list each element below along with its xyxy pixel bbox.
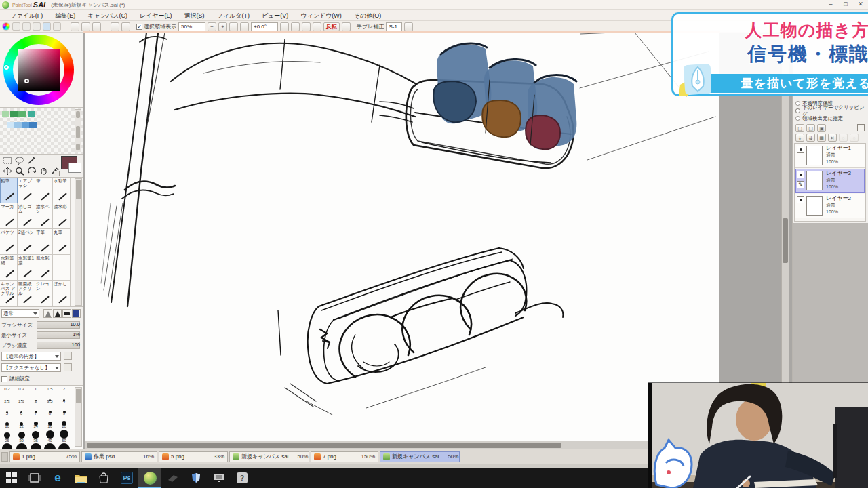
delete-layer-button[interactable]: ✕	[828, 134, 837, 142]
swatches-toggle-icon[interactable]	[33, 22, 41, 30]
new-layer-folder-button[interactable]: ▣	[817, 124, 826, 132]
lasso-tool-icon[interactable]	[14, 155, 25, 165]
menu-canvas[interactable]: キャンバス(C)	[81, 10, 134, 21]
new-layer-button[interactable]: ▢	[795, 124, 804, 132]
doc-tab-6-active[interactable]: 新規キャンバス.sai50%	[380, 451, 460, 462]
task-view-button[interactable]	[23, 468, 46, 488]
advanced-settings-toggle[interactable]: 詳細設定	[1, 375, 30, 382]
zoom-reset-button[interactable]	[240, 22, 249, 31]
file-explorer-button[interactable]	[69, 468, 92, 488]
new-linework-layer-button[interactable]: ▢	[806, 124, 815, 132]
merge-down-button[interactable]: ⇊	[806, 134, 815, 142]
edge-shape-hard-button[interactable]	[53, 309, 62, 318]
hue-cursor[interactable]	[4, 65, 9, 70]
stabilizer-select[interactable]: S-1	[386, 22, 402, 31]
layer-row-3[interactable]: レイヤー2 通常 100%	[795, 194, 865, 218]
zoom-out-button[interactable]: −	[208, 22, 216, 31]
doc-tab-3[interactable]: 5.png33%	[159, 451, 228, 462]
brush-watercolor-dense[interactable]: 水彩筆1 濃	[18, 255, 35, 281]
menu-others[interactable]: その他(O)	[348, 10, 387, 21]
brush-brush[interactable]: 筆	[35, 178, 53, 203]
brush-watercolor-fine[interactable]: 水彩筆 細	[0, 255, 18, 281]
doc-tab-5[interactable]: 7.png150%	[311, 451, 378, 462]
utility-app-button[interactable]	[184, 468, 208, 488]
swatch-blue-1[interactable]	[7, 122, 14, 128]
rect-select-tool-icon[interactable]	[1, 155, 13, 165]
rotate-view-tool-icon[interactable]	[26, 166, 37, 176]
stabilizer-extra-button[interactable]	[404, 22, 413, 31]
brush-crayon[interactable]: クレヨン	[35, 281, 53, 306]
close-button[interactable]: ✕	[856, 1, 865, 7]
brush-texture-strength[interactable]	[64, 363, 72, 371]
menu-layer[interactable]: レイヤー(L)	[134, 10, 178, 21]
scratchpad-scrollbar[interactable]	[75, 109, 81, 152]
brush-round[interactable]: 丸筆	[53, 229, 71, 255]
visibility-eye-icon[interactable]	[797, 146, 804, 153]
size-preset[interactable]: 35	[28, 439, 43, 449]
layer-row-1[interactable]: レイヤー1 通常 100%	[795, 144, 865, 168]
size-preset[interactable]: 30	[14, 439, 28, 449]
brush-binary-pen[interactable]: 2値ペン	[18, 229, 35, 255]
brush-airbrush[interactable]: エアブラシ	[18, 178, 35, 203]
open-button[interactable]	[81, 22, 90, 31]
brush-empty-slot[interactable]	[53, 255, 71, 281]
color-wheel-toggle-icon[interactable]	[2, 22, 10, 30]
rotate-snap-button[interactable]	[313, 22, 321, 31]
swatch-blue-3[interactable]	[22, 122, 29, 128]
presets-scrollbar[interactable]	[75, 387, 82, 447]
zoom-tool-icon[interactable]	[14, 166, 25, 176]
brush-watercolor[interactable]: 水彩筆	[53, 178, 71, 203]
swatch-blue-2[interactable]	[14, 122, 22, 128]
hsv-slider-toggle-icon[interactable]	[22, 22, 31, 30]
layer-thumbnail[interactable]	[806, 146, 823, 165]
brush-canvas-acrylic[interactable]: キャンバス アクリル	[0, 281, 18, 306]
tablet-driver-button[interactable]	[161, 468, 184, 488]
doc-tab-2[interactable]: 作業.psd16%	[81, 451, 157, 462]
transfer-down-button[interactable]: ⇣	[795, 134, 804, 142]
rgb-slider-toggle-icon[interactable]	[12, 22, 20, 30]
swatch-teal[interactable]	[28, 111, 35, 117]
layer-thumbnail[interactable]	[806, 196, 823, 216]
brush-dense-watercolor[interactable]: 濃水彩	[53, 203, 71, 229]
menu-file[interactable]: ファイル(F)	[4, 10, 49, 21]
size-preset[interactable]: 20	[57, 424, 71, 440]
size-preset[interactable]: 40	[43, 439, 57, 449]
menu-view[interactable]: ビュー(V)	[256, 10, 294, 21]
selection-display-checkbox[interactable]: ✓ 選択領域表示	[136, 23, 176, 30]
zoom-fit-button[interactable]	[229, 22, 238, 31]
brush-pencil[interactable]: 鉛筆	[0, 178, 18, 203]
rotate-ccw-button[interactable]	[280, 22, 289, 31]
horizontal-scroll-thumb[interactable]	[87, 443, 561, 448]
brush-grid-scrollbar[interactable]	[75, 178, 82, 306]
menu-edit[interactable]: 編集(E)	[49, 10, 81, 21]
size-preset[interactable]: 50	[57, 439, 71, 449]
zoom-value-field[interactable]: 50%	[178, 22, 205, 31]
brush-flat[interactable]: 平筆	[35, 229, 53, 255]
swatch-green[interactable]	[10, 111, 18, 117]
background-color-swatch[interactable]	[68, 163, 81, 173]
rotate-cw-button[interactable]	[291, 22, 300, 31]
canvas[interactable]	[85, 33, 719, 441]
brush-ink-pen[interactable]: 濃水ペン	[35, 203, 53, 229]
hand-tool-icon[interactable]	[38, 166, 50, 176]
rotate-reset-button[interactable]	[302, 22, 311, 31]
brush-blur[interactable]: ぼかし	[53, 281, 71, 306]
saturation-value-square[interactable]	[18, 49, 60, 91]
layer-row-2-selected[interactable]: ✎ レイヤー3 通常 100%	[795, 169, 865, 193]
zoom-in-button[interactable]: +	[218, 22, 227, 31]
selpen-tool-icon[interactable]	[26, 155, 37, 165]
size-preset[interactable]: 25	[0, 439, 14, 449]
start-button[interactable]	[0, 468, 23, 488]
brush-blend-mode-select[interactable]: 通常	[1, 309, 39, 318]
scratchpad-toggle-icon[interactable]	[43, 22, 51, 30]
clear-layer-button[interactable]: ▦	[817, 134, 826, 142]
flip-horizontal-button[interactable]: 反転	[323, 22, 340, 31]
visibility-eye-icon[interactable]	[797, 196, 804, 203]
size-preset[interactable]: 10	[0, 424, 14, 440]
brush-eraser[interactable]: 消しゴム	[18, 203, 35, 229]
swatch-green-light[interactable]	[2, 111, 9, 117]
brush-shape-strength[interactable]	[64, 352, 72, 360]
brush-texture-select[interactable]: 【テクスチャなし】	[1, 363, 61, 372]
brush-shape-select[interactable]: 【通常の円形】	[1, 352, 61, 361]
store-button[interactable]	[92, 468, 115, 488]
